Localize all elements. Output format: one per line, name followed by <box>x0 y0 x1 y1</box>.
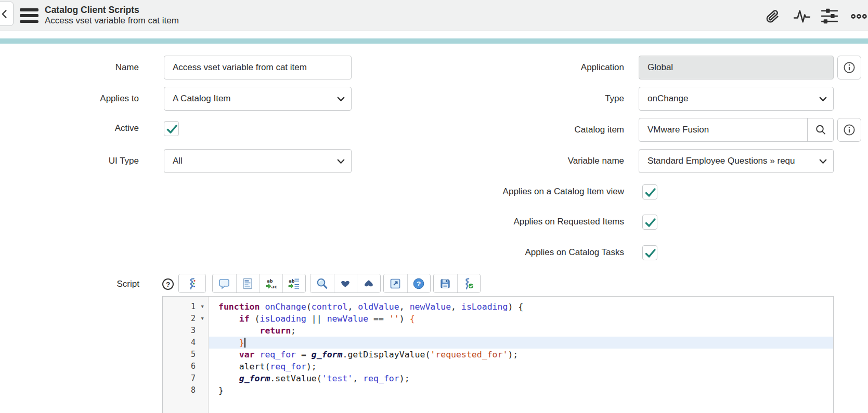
editor-toolbar-group <box>178 274 206 293</box>
form-header: Catalog Client Scripts Access vset varia… <box>0 0 868 31</box>
code-line-5[interactable]: var req_for = g_form.getDisplayValue('re… <box>209 349 833 361</box>
script-field-label: Script <box>0 278 139 290</box>
field-variable-name[interactable]: Standard Employee Questions » requ <box>639 149 834 173</box>
editor-code[interactable]: function onChange(control, oldValue, new… <box>209 297 833 396</box>
field-ui-type[interactable]: All <box>164 149 352 173</box>
label-applies-to: Applies to <box>0 92 139 105</box>
field-help-icon[interactable]: ? <box>162 278 174 290</box>
form-accent-bar <box>0 38 868 44</box>
editor-toolbar-group <box>433 274 481 293</box>
syntax-highlight-button[interactable] <box>179 274 205 292</box>
editor-toolbar-group: ? <box>383 274 431 293</box>
chevron-down-icon <box>812 156 833 166</box>
format-code-button[interactable] <box>236 274 260 292</box>
fold-arrow-icon[interactable]: ▾ <box>200 300 204 312</box>
replace-all-button[interactable]: ab <box>282 274 306 292</box>
fold-arrow-icon[interactable]: ▾ <box>200 312 204 324</box>
comment-button[interactable] <box>213 274 236 292</box>
code-line-3[interactable]: return; <box>209 325 833 337</box>
label-catalog-item: Catalog item <box>447 124 624 136</box>
value-name: Access vset variable from cat item <box>164 62 351 73</box>
record-title: Access vset variable from cat item <box>45 16 179 26</box>
editor-help-button[interactable]: ? <box>407 274 431 292</box>
line-number: 1▾ <box>163 301 208 313</box>
chevron-down-icon <box>330 156 351 166</box>
label-applies-on-a-catalog-item-view: Applies on a Catalog Item view <box>447 185 624 198</box>
line-number: 7 <box>163 372 208 384</box>
code-line-1[interactable]: function onChange(control, oldValue, new… <box>209 301 833 313</box>
line-number: 2▾ <box>163 313 208 325</box>
label-ui-type: UI Type <box>0 155 139 167</box>
checkbox-applies-on-catalog-tasks[interactable] <box>642 245 657 260</box>
value-application: Global <box>639 62 833 73</box>
script-validate-button[interactable] <box>457 274 481 292</box>
editor-toolbar-group <box>310 274 381 293</box>
find-previous-button[interactable] <box>357 274 380 292</box>
code-line-7[interactable]: g_form.setValue('test', req_for); <box>209 372 833 384</box>
field-catalog-item[interactable]: VMware Fusion <box>639 118 834 142</box>
lookup-search-button[interactable] <box>807 118 833 141</box>
value-type: onChange <box>639 94 812 104</box>
value-catalog-item: VMware Fusion <box>639 125 807 135</box>
activity-stream-icon[interactable] <box>793 7 811 25</box>
back-chevron-icon <box>0 9 10 19</box>
label-type: Type <box>447 92 624 105</box>
personalize-form-icon[interactable] <box>820 7 839 25</box>
code-line-4[interactable]: } <box>209 337 833 349</box>
checkbox-applies-on-a-catalog-item-view[interactable] <box>642 184 657 199</box>
page-title: Catalog Client Scripts <box>45 5 139 16</box>
value-applies-to: A Catalog Item <box>164 94 330 104</box>
svg-text:ab: ab <box>289 277 295 283</box>
search-button[interactable] <box>310 274 334 292</box>
label-variable-name: Variable name <box>447 155 624 167</box>
checkbox-active[interactable] <box>164 121 179 136</box>
text-cursor <box>244 338 245 348</box>
svg-text:ab: ab <box>267 277 273 283</box>
chevron-down-icon <box>330 94 351 104</box>
more-options-icon[interactable] <box>849 7 868 25</box>
svg-text:?: ? <box>417 280 421 288</box>
label-name: Name <box>0 61 139 74</box>
value-ui-type: All <box>164 156 330 166</box>
editor-toolbar-group: abacab <box>212 274 306 293</box>
label-applies-on-requested-items: Applies on Requested Items <box>447 216 624 228</box>
line-number: 4 <box>163 337 208 349</box>
field-type[interactable]: onChange <box>639 87 834 111</box>
code-line-2[interactable]: if (isLoading || newValue == '') { <box>209 313 833 325</box>
field-application[interactable]: Global <box>639 56 834 79</box>
line-number: 5 <box>163 349 208 361</box>
replace-button[interactable]: abac <box>259 274 282 292</box>
value-variable-name: Standard Employee Questions » requ <box>639 156 812 166</box>
label-applies-on-catalog-tasks: Applies on Catalog Tasks <box>447 246 624 259</box>
editor-gutter: 1▾2▾345678 <box>163 297 209 413</box>
script-editor[interactable]: 1▾2▾345678 function onChange(control, ol… <box>162 296 834 413</box>
label-application: Application <box>447 61 624 74</box>
back-button[interactable] <box>0 2 14 26</box>
save-button[interactable] <box>434 274 457 292</box>
context-menu-icon[interactable] <box>20 8 38 23</box>
chevron-down-icon <box>812 94 833 104</box>
open-window-button[interactable] <box>384 274 407 292</box>
field-applies-to[interactable]: A Catalog Item <box>164 87 352 111</box>
info-button-catalog-item[interactable] <box>837 118 861 142</box>
svg-text:ac: ac <box>271 283 277 289</box>
svg-text:?: ? <box>166 281 170 288</box>
attachment-icon[interactable] <box>763 7 782 25</box>
code-line-8[interactable]: } <box>209 384 833 396</box>
line-number: 3 <box>163 325 208 337</box>
line-number: 8 <box>163 384 208 396</box>
code-line-6[interactable]: alert(req_for); <box>209 361 833 372</box>
line-number: 6 <box>163 361 208 372</box>
find-next-button[interactable] <box>334 274 357 292</box>
info-button-application[interactable] <box>837 56 861 79</box>
checkbox-applies-on-requested-items[interactable] <box>642 215 657 230</box>
label-active: Active <box>0 122 139 135</box>
field-name[interactable]: Access vset variable from cat item <box>164 56 352 79</box>
